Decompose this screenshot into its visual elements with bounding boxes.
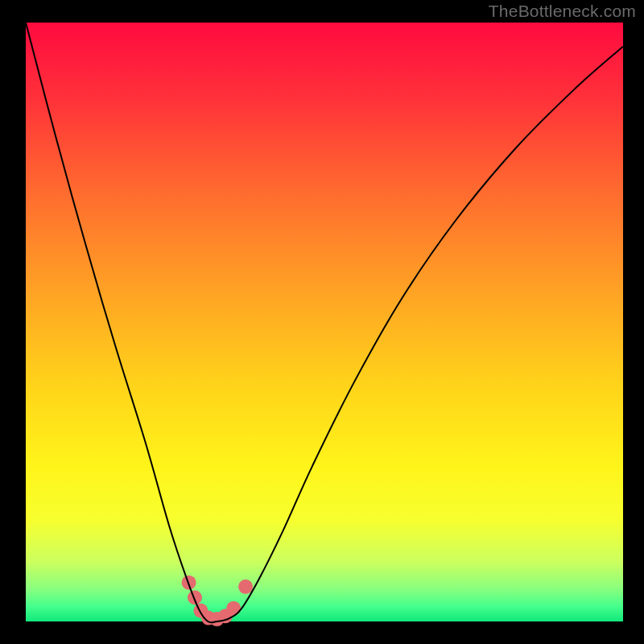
right-dot-1 xyxy=(226,601,241,616)
bottleneck-chart xyxy=(0,0,644,644)
plot-background xyxy=(26,23,623,621)
left-dot-2 xyxy=(188,590,202,605)
watermark-text: TheBottleneck.com xyxy=(489,2,636,21)
chart-frame: TheBottleneck.com xyxy=(0,0,644,644)
right-dot-2 xyxy=(238,580,253,594)
